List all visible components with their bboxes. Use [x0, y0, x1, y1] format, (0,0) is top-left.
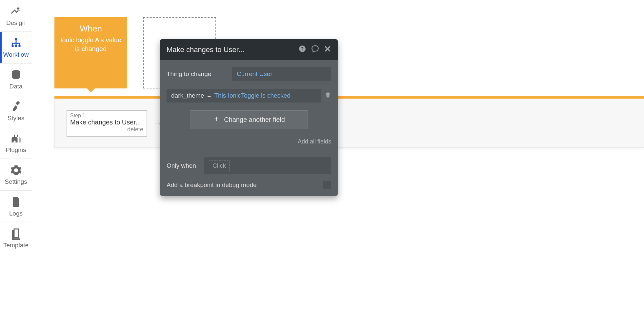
panel-title: Make changes to User...: [167, 46, 244, 54]
trash-icon[interactable]: [325, 92, 331, 100]
sidebar-item-design[interactable]: Design: [0, 0, 32, 32]
sidebar-item-styles[interactable]: Styles: [0, 95, 32, 127]
only-when-input[interactable]: Click: [204, 157, 331, 174]
svg-rect-2: [15, 45, 17, 47]
panel-header[interactable]: Make changes to User... ?: [160, 39, 338, 60]
field-name: dark_theme: [171, 92, 204, 99]
sidebar-item-label: Plugins: [6, 146, 26, 154]
breakpoint-label: Add a breakpoint in debug mode: [167, 181, 257, 189]
close-icon[interactable]: [324, 45, 331, 54]
only-when-row: Only when Click: [167, 157, 331, 174]
field-equals: =: [207, 92, 211, 99]
breakpoint-row: Add a breakpoint in debug mode: [167, 181, 331, 189]
event-when-label: When: [80, 24, 102, 34]
sidebar-item-label: Logs: [9, 210, 23, 217]
sidebar-item-label: Styles: [8, 115, 25, 122]
sidebar-item-data[interactable]: Data: [0, 64, 32, 95]
panel-actions: ?: [298, 45, 331, 55]
workflow-icon: [10, 37, 23, 50]
template-icon: [10, 227, 23, 240]
breakpoint-checkbox[interactable]: [323, 181, 331, 189]
thing-to-change-input[interactable]: Current User: [232, 67, 331, 81]
sidebar-item-label: Workflow: [3, 51, 29, 58]
sidebar-item-logs[interactable]: Logs: [0, 191, 32, 222]
sidebar-item-template[interactable]: Template: [0, 222, 32, 254]
help-icon[interactable]: ?: [298, 45, 306, 54]
sidebar-item-label: Settings: [5, 178, 27, 185]
add-all-fields-link[interactable]: Add all fields: [160, 138, 338, 151]
field-value: This IonicToggle is checked: [214, 92, 290, 99]
change-another-field-label: Change another field: [224, 116, 285, 123]
step-number: Step 1: [70, 113, 143, 119]
sidebar: Design Workflow Data Styles Plugins Sett…: [0, 0, 32, 321]
step-title: Make changes to User...: [70, 119, 143, 126]
step-card[interactable]: Step 1 Make changes to User... delete: [67, 110, 147, 137]
svg-rect-1: [11, 45, 13, 47]
event-detail: IonicToggle A's value is changed: [54, 36, 127, 53]
field-expression-row: dark_theme = This IonicToggle is checked: [167, 89, 331, 103]
step-delete-link[interactable]: delete: [70, 126, 143, 133]
field-expression-input[interactable]: dark_theme = This IonicToggle is checked: [167, 89, 321, 103]
property-panel: Make changes to User... ? Thing to chang…: [160, 39, 338, 196]
sidebar-item-workflow[interactable]: Workflow: [0, 32, 32, 64]
sidebar-item-label: Design: [6, 19, 26, 27]
panel-footer: Only when Click Add a breakpoint in debu…: [160, 151, 338, 196]
only-when-label: Only when: [167, 162, 204, 169]
sidebar-item-label: Template: [3, 242, 29, 249]
logs-icon: [10, 196, 23, 209]
styles-icon: [10, 100, 23, 113]
change-another-field-button[interactable]: Change another field: [190, 110, 308, 129]
comment-icon[interactable]: [311, 45, 319, 55]
settings-icon: [10, 164, 23, 177]
data-icon: [10, 68, 23, 82]
workflow-canvas: When IonicToggle A's value is changed Cl…: [32, 0, 644, 321]
sidebar-item-label: Data: [9, 83, 22, 90]
only-when-placeholder: Click: [209, 160, 230, 171]
plugins-icon: [10, 132, 23, 145]
sidebar-item-plugins[interactable]: Plugins: [0, 127, 32, 159]
sidebar-item-settings[interactable]: Settings: [0, 159, 32, 191]
thing-to-change-row: Thing to change Current User: [167, 67, 331, 81]
svg-text:?: ?: [301, 46, 304, 51]
svg-rect-3: [18, 45, 20, 47]
svg-rect-0: [15, 38, 17, 40]
steps-area: Step 1 Make changes to User... delete →: [54, 99, 644, 148]
event-divider-bar: [54, 96, 644, 99]
panel-body: Thing to change Current User dark_theme …: [160, 60, 338, 138]
event-block[interactable]: When IonicToggle A's value is changed: [54, 17, 127, 88]
plus-icon: [213, 115, 220, 124]
thing-to-change-label: Thing to change: [167, 70, 232, 78]
design-icon: [10, 5, 23, 18]
